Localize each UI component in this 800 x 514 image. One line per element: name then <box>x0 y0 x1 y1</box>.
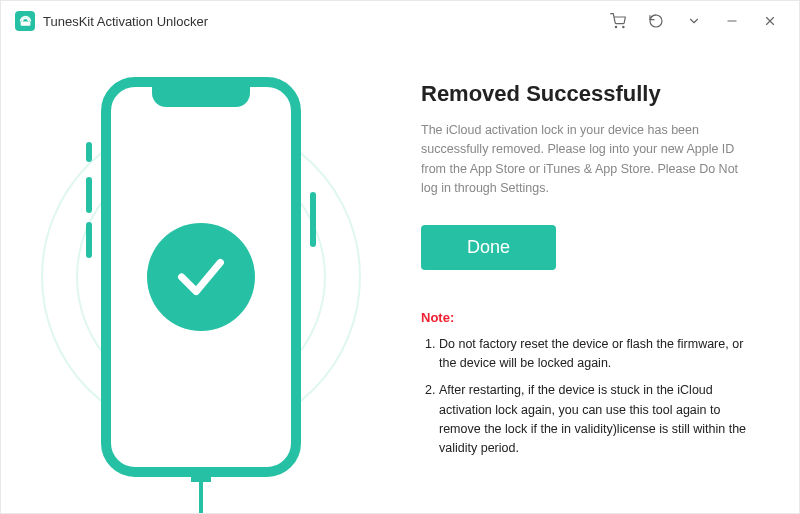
titlebar-left: TunesKit Activation Unlocker <box>15 11 208 31</box>
phone-side-button <box>86 177 92 213</box>
titlebar: TunesKit Activation Unlocker <box>1 1 799 41</box>
content: Removed Successfully The iCloud activati… <box>1 41 799 513</box>
svg-point-1 <box>615 26 616 27</box>
svg-point-2 <box>623 26 624 27</box>
phone-frame <box>101 77 301 477</box>
info-pane: Removed Successfully The iCloud activati… <box>401 41 799 513</box>
svg-rect-0 <box>20 21 30 25</box>
titlebar-right <box>599 6 789 36</box>
note-item: After restarting, if the device is stuck… <box>439 381 755 459</box>
page-title: Removed Successfully <box>421 81 755 107</box>
app-title: TunesKit Activation Unlocker <box>43 14 208 29</box>
close-button[interactable] <box>751 6 789 36</box>
phone-side-button <box>86 222 92 258</box>
phone-notch <box>152 87 250 107</box>
done-button[interactable]: Done <box>421 225 556 270</box>
history-icon[interactable] <box>637 6 675 36</box>
phone-side-button <box>310 192 316 247</box>
success-check-icon <box>147 223 255 331</box>
minimize-button[interactable] <box>713 6 751 36</box>
description-text: The iCloud activation lock in your devic… <box>421 121 755 199</box>
phone-graphic <box>101 77 301 477</box>
phone-side-button <box>86 142 92 162</box>
cart-icon[interactable] <box>599 6 637 36</box>
note-item: Do not factory reset the device or flash… <box>439 335 755 374</box>
illustration-pane <box>1 41 401 513</box>
chevron-down-icon[interactable] <box>675 6 713 36</box>
note-list: Do not factory reset the device or flash… <box>421 335 755 459</box>
app-logo-icon <box>15 11 35 31</box>
note-label: Note: <box>421 310 755 325</box>
phone-cable <box>199 477 203 514</box>
